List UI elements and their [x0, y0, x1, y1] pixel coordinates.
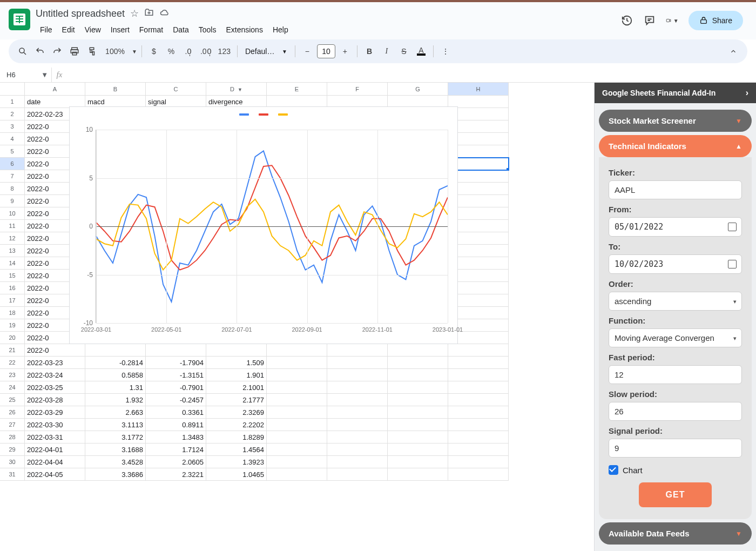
cell[interactable]: 0.5858 — [85, 369, 146, 381]
sidepanel-close-icon[interactable]: › — [746, 88, 748, 98]
decrease-decimal-icon[interactable]: .0̩ — [181, 43, 196, 59]
accordion-indicators[interactable]: Technical Indicators ▲ — [599, 135, 752, 157]
font-dec-icon[interactable]: − — [300, 43, 315, 59]
row-header[interactable]: 22 — [0, 357, 25, 369]
cell[interactable] — [146, 344, 206, 357]
cell[interactable] — [267, 419, 327, 431]
cell[interactable] — [448, 468, 509, 481]
cell[interactable] — [327, 431, 388, 444]
cell[interactable] — [327, 444, 388, 456]
cell[interactable]: 3.1688 — [85, 444, 146, 456]
cell[interactable] — [267, 369, 327, 381]
cell[interactable]: 2.2202 — [206, 419, 267, 431]
cell[interactable] — [327, 369, 388, 381]
signal-input[interactable]: 9 — [609, 439, 742, 458]
menu-extensions[interactable]: Extensions — [221, 23, 267, 36]
row-header[interactable]: 28 — [0, 431, 25, 444]
cell[interactable]: 1.4564 — [206, 444, 267, 456]
cell[interactable]: 2.3221 — [146, 468, 206, 481]
row-header[interactable]: 26 — [0, 406, 25, 419]
font-inc-icon[interactable]: + — [338, 43, 353, 59]
cell[interactable]: 2022-04-04 — [25, 456, 85, 468]
menu-view[interactable]: View — [80, 23, 105, 36]
menu-help[interactable]: Help — [268, 23, 293, 36]
cell[interactable]: -1.7904 — [146, 357, 206, 369]
cell[interactable]: 1.3483 — [146, 431, 206, 444]
row-header[interactable]: 3 — [0, 120, 25, 133]
cell[interactable]: 3.3686 — [85, 468, 146, 481]
row-header[interactable]: 20 — [0, 332, 25, 344]
row-header[interactable]: 29 — [0, 444, 25, 456]
menu-insert[interactable]: Insert — [106, 23, 134, 36]
cell[interactable] — [448, 431, 509, 444]
italic-icon[interactable]: I — [379, 43, 394, 59]
row-header[interactable]: 4 — [0, 133, 25, 145]
cell[interactable] — [267, 406, 327, 419]
star-icon[interactable]: ☆ — [130, 8, 139, 20]
cell[interactable] — [388, 468, 448, 481]
currency-icon[interactable]: $ — [146, 43, 161, 59]
cell[interactable] — [327, 456, 388, 468]
cell[interactable]: 1.8289 — [206, 431, 267, 444]
row-header[interactable]: 16 — [0, 282, 25, 294]
row-header[interactable]: 25 — [0, 394, 25, 406]
cell[interactable] — [388, 431, 448, 444]
paint-format-icon[interactable] — [84, 43, 99, 59]
font-select[interactable]: Defaul…▼ — [242, 44, 291, 58]
cell[interactable]: 1.901 — [206, 369, 267, 381]
cell[interactable] — [267, 357, 327, 369]
cell[interactable] — [267, 394, 327, 406]
row-header[interactable]: 9 — [0, 195, 25, 207]
name-box[interactable]: H6 ▼ — [3, 68, 52, 82]
doc-title[interactable]: Untitled spreadsheet — [36, 8, 125, 19]
format-123-icon[interactable]: 123 — [216, 43, 233, 59]
print-icon[interactable] — [67, 43, 82, 59]
col-header-H[interactable]: H — [448, 83, 509, 96]
row-header[interactable]: 17 — [0, 294, 25, 307]
cell[interactable]: 2022-03-23 — [25, 357, 85, 369]
search-icon[interactable] — [15, 43, 30, 59]
get-button[interactable]: GET — [639, 482, 712, 507]
to-input[interactable]: 10/02/2023 — [609, 254, 742, 274]
cell[interactable] — [267, 444, 327, 456]
cell[interactable] — [327, 344, 388, 357]
chart-embed[interactable]: -10-505102022-03-012022-05-012022-07-012… — [69, 106, 458, 344]
cell[interactable]: -0.2457 — [146, 394, 206, 406]
cell[interactable]: 1.509 — [206, 357, 267, 369]
cell[interactable] — [388, 357, 448, 369]
cell[interactable] — [448, 357, 509, 369]
cell[interactable] — [267, 344, 327, 357]
col-header-D[interactable]: D▼ — [206, 83, 267, 96]
row-header[interactable]: 2 — [0, 108, 25, 120]
cell[interactable] — [267, 468, 327, 481]
col-header-G[interactable]: G — [388, 83, 448, 96]
cell[interactable]: 2.1001 — [206, 381, 267, 394]
cell[interactable]: 0.3361 — [146, 406, 206, 419]
bold-icon[interactable]: B — [362, 43, 377, 59]
strike-icon[interactable]: S — [396, 43, 411, 59]
cell[interactable]: 2.663 — [85, 406, 146, 419]
cell[interactable]: 0.8911 — [146, 419, 206, 431]
cell[interactable]: 2.1777 — [206, 394, 267, 406]
cell[interactable] — [388, 456, 448, 468]
cell[interactable] — [327, 419, 388, 431]
cell[interactable]: -1.3151 — [146, 369, 206, 381]
collapse-toolbar-icon[interactable] — [726, 43, 741, 59]
row-header[interactable]: 6 — [0, 158, 25, 170]
move-icon[interactable] — [144, 8, 154, 20]
cell[interactable] — [448, 456, 509, 468]
cell[interactable] — [388, 419, 448, 431]
row-header[interactable]: 10 — [0, 207, 25, 220]
cell[interactable] — [448, 369, 509, 381]
menu-edit[interactable]: Edit — [58, 23, 79, 36]
cell[interactable]: 2022-04-01 — [25, 444, 85, 456]
cell[interactable] — [327, 394, 388, 406]
cell[interactable]: 2022-0 — [25, 344, 85, 357]
cell[interactable] — [388, 444, 448, 456]
cloud-icon[interactable] — [159, 8, 170, 20]
cell[interactable]: 3.4528 — [85, 456, 146, 468]
row-header[interactable]: 27 — [0, 419, 25, 431]
row-header[interactable]: 15 — [0, 270, 25, 282]
ticker-input[interactable]: AAPL — [609, 180, 742, 199]
row-header[interactable]: 23 — [0, 369, 25, 381]
